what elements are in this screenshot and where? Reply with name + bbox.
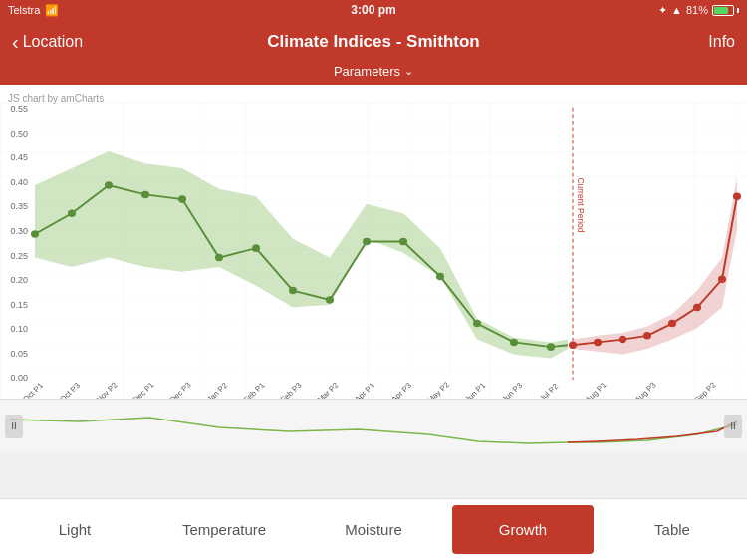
green-dot (363, 238, 371, 246)
green-dot (252, 244, 260, 252)
battery-indicator (712, 5, 739, 16)
green-dot (141, 191, 149, 199)
svg-text:0.20: 0.20 (11, 275, 29, 285)
green-dot (215, 254, 223, 262)
svg-text:0.35: 0.35 (11, 202, 29, 212)
wifi-icon: 📶 (45, 4, 59, 17)
red-dot (619, 336, 626, 344)
svg-text:⏸: ⏸ (728, 420, 738, 431)
svg-text:0.05: 0.05 (11, 349, 29, 359)
tab-growth[interactable]: Growth (452, 505, 594, 554)
svg-text:0.00: 0.00 (11, 373, 29, 383)
red-dot (733, 193, 741, 201)
green-dot (326, 296, 334, 304)
green-dot (68, 209, 76, 217)
red-dot (668, 320, 676, 328)
red-dot (718, 275, 726, 283)
svg-text:0.30: 0.30 (11, 226, 29, 236)
green-dot (105, 181, 113, 189)
red-dot (643, 332, 651, 340)
status-right: ✦ ▲ 81% (658, 4, 739, 17)
tab-moisture[interactable]: Moisture (303, 505, 444, 554)
info-button[interactable]: Info (708, 33, 735, 51)
green-dot (473, 320, 481, 328)
chart-container: JS chart by amCharts 0.55 0.50 0.45 0.40… (0, 85, 747, 453)
red-dot (569, 341, 577, 349)
parameters-bar: Parameters ⌄ (0, 64, 747, 85)
nav-title: Climate Indices - Smithton (267, 32, 479, 52)
svg-text:0.10: 0.10 (11, 324, 29, 334)
signal-icon: ▲ (671, 4, 682, 16)
green-dot (289, 287, 297, 295)
svg-text:0.45: 0.45 (11, 153, 29, 163)
tab-temperature[interactable]: Temperature (153, 505, 295, 554)
back-button[interactable]: ‹ Location (12, 32, 83, 52)
svg-text:0.25: 0.25 (11, 251, 29, 261)
parameters-chevron-icon: ⌄ (404, 65, 413, 78)
tab-light[interactable]: Light (4, 505, 145, 554)
tab-table[interactable]: Table (602, 505, 743, 554)
svg-text:0.55: 0.55 (11, 105, 29, 115)
tab-bar: Light Temperature Moisture Growth Table (0, 498, 747, 560)
green-dot (510, 339, 518, 347)
svg-text:⏸: ⏸ (9, 420, 19, 431)
red-dot (693, 304, 701, 312)
status-bar: Telstra 📶 3:00 pm ✦ ▲ 81% (0, 0, 747, 20)
green-dot (31, 230, 39, 238)
mini-chart: ⏸ ⏸ (0, 399, 747, 453)
bluetooth-icon: ✦ (658, 4, 667, 17)
green-dot (399, 238, 407, 246)
carrier-label: Telstra (8, 4, 40, 16)
back-label: Location (23, 33, 84, 51)
battery-percent: 81% (686, 4, 708, 16)
red-dot (594, 339, 602, 347)
svg-text:Current Period: Current Period (576, 177, 586, 232)
status-left: Telstra 📶 (8, 4, 59, 17)
status-time: 3:00 pm (351, 3, 395, 17)
svg-text:0.50: 0.50 (11, 129, 29, 139)
svg-text:0.40: 0.40 (11, 177, 29, 187)
nav-bar: ‹ Location Climate Indices - Smithton In… (0, 20, 747, 64)
green-dot (547, 343, 555, 351)
green-dot (436, 273, 444, 281)
chart-watermark: JS chart by amCharts (8, 93, 104, 104)
svg-text:0.15: 0.15 (11, 300, 29, 310)
parameters-label[interactable]: Parameters (334, 64, 400, 79)
green-dot (178, 195, 186, 203)
back-chevron-icon: ‹ (12, 32, 19, 52)
main-chart-svg: 0.55 0.50 0.45 0.40 0.35 0.30 0.25 0.20 … (0, 103, 747, 399)
